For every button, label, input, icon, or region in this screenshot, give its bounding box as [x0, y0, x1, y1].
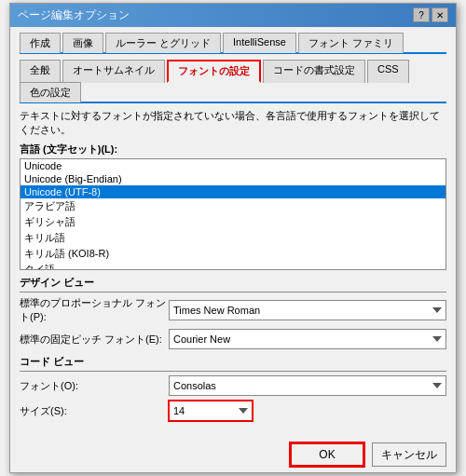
code-view-section: コード ビュー [20, 355, 446, 372]
fixed-pitch-font-select[interactable]: Courier New [169, 329, 446, 349]
dialog-content: 作成 画像 ルーラー とグリッド IntelliSense フォント ファミリ … [10, 27, 456, 436]
tab-general[interactable]: 全般 [20, 60, 61, 83]
size-select[interactable]: 14 [169, 401, 253, 421]
ok-button[interactable]: OK [290, 442, 364, 467]
language-listbox[interactable]: Unicode Unicode (Big-Endian) Unicode (UT… [20, 158, 446, 270]
close-button[interactable]: ✕ [432, 7, 448, 22]
tab-color[interactable]: 色の設定 [20, 82, 81, 102]
tab-codestyle[interactable]: コードの書式設定 [263, 60, 365, 83]
tab-fontfamily[interactable]: フォント ファミリ [298, 33, 404, 53]
tab-sakusei[interactable]: 作成 [20, 33, 61, 53]
list-item-cyrillic-koi8r[interactable]: キリル語 (KOI8-R) [21, 246, 445, 262]
tab-fontsetting[interactable]: フォントの設定 [167, 60, 261, 83]
proportional-font-row: 標準のプロポーショナル フォント(P): Times New Roman [20, 296, 446, 324]
help-button[interactable]: ? [413, 7, 430, 22]
list-item-greek[interactable]: ギリシャ語 [21, 214, 445, 230]
language-section-label: 言語 (文字セット)(L): [20, 143, 446, 156]
list-item-unicode-utf8[interactable]: Unicode (UTF-8) [21, 185, 445, 198]
footer: OK キャンセル [10, 435, 456, 472]
fixed-pitch-font-row: 標準の固定ピッチ フォント(E): Courier New [20, 329, 446, 349]
size-label: サイズ(S): [20, 404, 169, 418]
design-view-section: デザイン ビュー [20, 276, 446, 292]
tab-gazou[interactable]: 画像 [62, 33, 103, 53]
list-item-arabic[interactable]: アラビア語 [21, 198, 445, 214]
tab-ruler[interactable]: ルーラー とグリッド [105, 33, 221, 53]
tab-css[interactable]: CSS [367, 60, 409, 83]
font-row: フォント(O): Consolas [20, 375, 446, 396]
list-item-unicode[interactable]: Unicode [21, 159, 445, 172]
dialog: ページ編集オプション ? ✕ 作成 画像 ルーラー とグリッド IntelliS… [9, 3, 457, 474]
font-label: フォント(O): [20, 379, 169, 393]
tab-bar-row1: 作成 画像 ルーラー とグリッド IntelliSense フォント ファミリ [20, 33, 446, 54]
list-item-unicode-be[interactable]: Unicode (Big-Endian) [21, 172, 445, 185]
cancel-button[interactable]: キャンセル [372, 442, 446, 467]
tab-intellisense[interactable]: IntelliSense [223, 33, 296, 53]
description: テキストに対するフォントが指定されていない場合、各言語で使用するフォントを選択し… [20, 109, 446, 138]
font-select[interactable]: Consolas [169, 375, 446, 396]
size-row: サイズ(S): 14 [20, 401, 446, 421]
proportional-font-label: 標準のプロポーショナル フォント(P): [20, 296, 169, 324]
proportional-font-select[interactable]: Times New Roman [169, 300, 446, 320]
tab-thumbnail[interactable]: オートサムネイル [62, 60, 165, 83]
list-item-cyrillic[interactable]: キリル語 [21, 230, 445, 246]
list-item-thai[interactable]: タイ語 [21, 262, 445, 270]
fixed-pitch-font-label: 標準の固定ピッチ フォント(E): [20, 333, 169, 347]
dialog-title: ページ編集オプション [18, 7, 130, 23]
title-bar: ページ編集オプション ? ✕ [10, 4, 456, 27]
title-bar-buttons: ? ✕ [413, 7, 448, 22]
tab-bar-row2: 全般 オートサムネイル フォントの設定 コードの書式設定 CSS 色の設定 [20, 60, 446, 103]
